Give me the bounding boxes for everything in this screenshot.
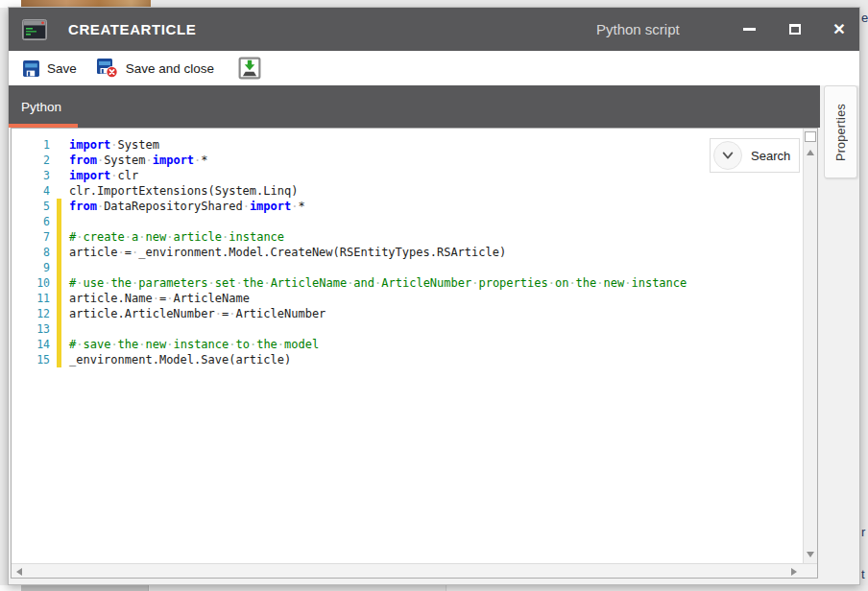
page-behind-text-fragment: t — [861, 567, 865, 581]
change-bar-gutter — [57, 275, 69, 291]
changed-line-marker — [57, 352, 61, 367]
line-number: 13 — [12, 321, 57, 337]
change-bar-gutter — [57, 153, 69, 168]
change-bar-gutter — [57, 260, 69, 275]
tab-properties[interactable]: Properties — [824, 85, 857, 178]
save-and-close-button[interactable]: Save and close — [86, 54, 224, 83]
unchanged-line-marker — [57, 153, 61, 168]
minimize-button[interactable] — [731, 8, 767, 51]
close-button[interactable]: ✕ — [821, 8, 857, 51]
code-line[interactable]: 13 — [12, 321, 802, 337]
code-line-text: #·save·the·new·instance·to·the·model — [69, 337, 319, 352]
scroll-right-icon[interactable] — [791, 568, 797, 576]
vertical-scrollbar[interactable] — [803, 129, 817, 563]
code-line-text: article.ArticleNumber·=·ArticleNumber — [69, 306, 326, 321]
code-line-text: article·=·_environment.Model.CreateNew(R… — [69, 245, 506, 260]
changed-line-marker — [57, 260, 61, 275]
change-bar-gutter — [57, 168, 69, 183]
horizontal-scrollbar[interactable] — [12, 563, 817, 578]
page-behind-text-fragment: e — [861, 11, 868, 25]
unchanged-line-marker — [57, 168, 61, 183]
line-number: 12 — [12, 306, 57, 321]
line-number: 7 — [12, 229, 57, 245]
line-number: 2 — [12, 153, 57, 168]
changed-line-marker — [57, 321, 61, 337]
code-line[interactable]: 6 — [12, 214, 802, 229]
import-script-icon — [238, 57, 261, 80]
code-line-text: article.Name·=·ArticleName — [69, 291, 250, 306]
change-bar-gutter — [57, 137, 69, 153]
tab-properties-label: Properties — [834, 104, 848, 161]
page-behind-table-cell-fragment — [150, 585, 446, 591]
save-button[interactable]: Save — [12, 56, 86, 82]
unchanged-line-marker — [57, 183, 61, 199]
code-line[interactable]: 11article.Name·=·ArticleName — [12, 291, 802, 306]
change-bar-gutter — [57, 291, 69, 306]
code-line-text: from·System·import·* — [69, 153, 208, 168]
scroll-left-icon[interactable] — [16, 568, 22, 576]
window-subtitle: Python script — [596, 8, 680, 51]
save-and-close-button-label: Save and close — [126, 61, 214, 76]
line-number: 10 — [12, 275, 57, 291]
line-number: 6 — [12, 214, 57, 229]
import-script-button[interactable] — [233, 54, 266, 83]
page-behind-text-fragment: r — [861, 525, 865, 539]
titlebar[interactable]: CREATEARTICLE Python script ✕ — [9, 8, 859, 51]
changed-line-marker — [57, 306, 61, 321]
scroll-down-icon[interactable] — [807, 552, 814, 557]
page-behind-right-strip — [860, 0, 868, 591]
toolbar: Save Save and close — [9, 51, 859, 85]
code-line[interactable]: 8article·=·_environment.Model.CreateNew(… — [12, 245, 802, 260]
vertical-scrollbar-thumb[interactable] — [805, 131, 816, 142]
code-line[interactable]: 12article.ArticleNumber·=·ArticleNumber — [12, 306, 802, 321]
code-line-text: from·DataRepositoryShared·import·* — [69, 199, 305, 214]
maximize-button[interactable] — [777, 8, 813, 51]
search-label: Search — [751, 149, 790, 163]
script-window-icon — [22, 19, 47, 40]
chevron-down-button[interactable] — [713, 141, 742, 170]
change-bar-gutter — [57, 245, 69, 260]
line-number: 9 — [12, 260, 57, 275]
code-line[interactable]: 4clr.ImportExtensions(System.Linq) — [12, 183, 802, 199]
maximize-icon — [789, 24, 801, 35]
code-line-text: #·use·the·parameters·set·the·ArticleName… — [69, 275, 687, 291]
code-line[interactable]: 7#·create·a·new·article·instance — [12, 229, 802, 245]
change-bar-gutter — [57, 321, 69, 337]
page-behind-bottom-strip — [447, 585, 868, 591]
changed-line-marker — [57, 245, 61, 260]
code-line-text: clr.ImportExtensions(System.Linq) — [69, 183, 298, 199]
change-bar-gutter — [57, 337, 69, 352]
code-line[interactable]: 2from·System·import·* — [12, 153, 802, 168]
line-number: 15 — [12, 352, 57, 367]
line-number: 3 — [12, 168, 57, 183]
code-line[interactable]: 9 — [12, 260, 802, 275]
code-line[interactable]: 3import·clr — [12, 168, 802, 183]
line-number: 14 — [12, 337, 57, 352]
change-bar-gutter — [57, 199, 69, 214]
scroll-up-icon[interactable] — [807, 150, 814, 155]
page-behind-table-header-fragment — [21, 585, 149, 591]
page-behind-bottom-strip — [0, 585, 21, 591]
code-line[interactable]: 1import·System — [12, 137, 802, 153]
close-icon: ✕ — [832, 22, 845, 37]
code-line-text: #·create·a·new·article·instance — [69, 229, 284, 245]
python-script-dialog: CREATEARTICLE Python script ✕ Save — [8, 7, 860, 585]
tab-bar: Python — [9, 85, 820, 128]
code-line[interactable]: 10#·use·the·parameters·set·the·ArticleNa… — [12, 275, 802, 291]
changed-line-marker — [57, 199, 61, 214]
search-dropdown-button[interactable]: Search — [710, 138, 800, 173]
floppy-disk-cancel-icon — [96, 58, 119, 79]
code-editor: 1import·System2from·System·import·*3impo… — [11, 128, 818, 579]
window-title: CREATEARTICLE — [68, 21, 196, 37]
tab-python[interactable]: Python — [21, 85, 61, 128]
code-line[interactable]: 14#·save·the·new·instance·to·the·model — [12, 337, 802, 352]
changed-line-marker — [57, 214, 61, 229]
code-line-text: import·clr — [69, 168, 138, 183]
code-line[interactable]: 5from·DataRepositoryShared·import·* — [12, 199, 802, 214]
code-editor-lines[interactable]: 1import·System2from·System·import·*3impo… — [12, 129, 802, 563]
change-bar-gutter — [57, 306, 69, 321]
screen: e r t CREATEARTICLE Python script ✕ — [0, 0, 868, 591]
line-number: 8 — [12, 245, 57, 260]
changed-line-marker — [57, 337, 61, 352]
code-line[interactable]: 15_environment.Model.Save(article) — [12, 352, 802, 367]
